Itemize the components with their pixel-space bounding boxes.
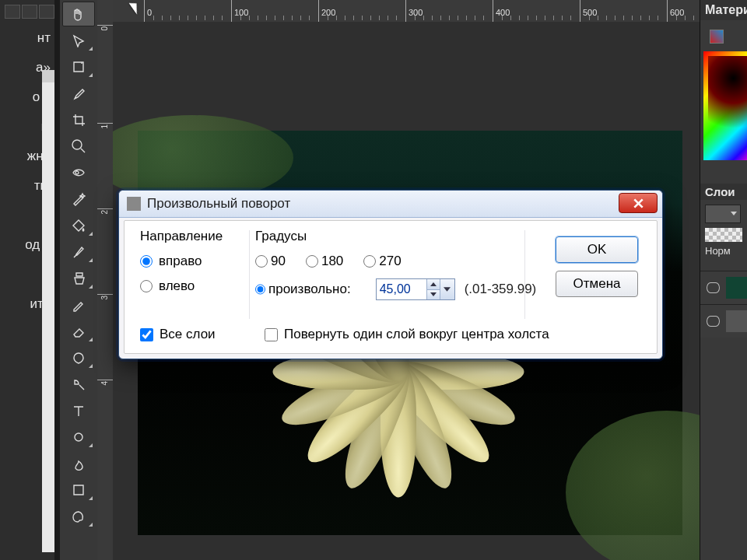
color-picker-gradient[interactable]	[703, 51, 747, 160]
spinner-up-button[interactable]	[427, 279, 440, 289]
dialog-title-text: Произвольный поворот	[147, 196, 290, 212]
retouch-tool[interactable]	[62, 345, 95, 370]
degrees-90-label: 90	[271, 254, 286, 269]
degrees-range-hint: (.01-359.99)	[465, 282, 537, 297]
right-docked-panels: Матери Слои Норм	[700, 0, 747, 560]
direction-left-radio[interactable]	[140, 280, 153, 292]
rotate-single-checkbox[interactable]	[265, 328, 278, 341]
ok-button[interactable]: OK	[556, 236, 638, 263]
eraser-tool[interactable]	[62, 319, 95, 344]
all-layers-checkbox[interactable]	[140, 328, 153, 341]
left-panel-window-controls	[0, 5, 51, 22]
layer-row[interactable]	[700, 271, 747, 304]
direction-label: Направление	[140, 229, 249, 244]
degrees-input[interactable]	[377, 279, 426, 299]
color-picker-marker[interactable]	[727, 62, 738, 73]
pencil-tool[interactable]	[62, 292, 95, 317]
layer-visibility-icon[interactable]	[707, 316, 720, 327]
left-docked-panel: нта»о выжноть,уод виитея	[0, 0, 54, 560]
spinner-dropdown-button[interactable]	[440, 279, 454, 299]
cancel-button[interactable]: Отмена	[556, 271, 638, 297]
text-tool[interactable]	[62, 398, 95, 423]
close-button[interactable]	[39, 5, 54, 19]
rotate-single-row: Повернуть один слой вокруг центра холста	[265, 327, 549, 342]
degrees-free-radio[interactable]	[255, 283, 265, 296]
foreground-swatch[interactable]	[710, 30, 724, 44]
zoom-tool[interactable]	[62, 134, 95, 159]
layers-panel-menu[interactable]	[705, 205, 741, 223]
degrees-free-label: произвольно:	[268, 282, 351, 297]
selection-tool[interactable]	[62, 54, 95, 79]
materials-panel-title: Матери	[700, 0, 747, 20]
flood-fill-tool[interactable]	[62, 213, 95, 238]
layer-thumbnail	[726, 310, 747, 332]
dialog-close-button[interactable]	[619, 193, 658, 213]
spinner-down-button[interactable]	[427, 289, 440, 300]
dialog-icon	[127, 197, 141, 211]
vertical-ruler: 01234	[97, 22, 113, 560]
left-panel-scrollbar[interactable]	[42, 70, 54, 552]
redeye-tool[interactable]	[62, 160, 95, 185]
degrees-group: Градусы 90 180 270 произвольно:	[255, 229, 520, 310]
direction-right-label: вправо	[159, 254, 202, 269]
degrees-270-label: 270	[379, 254, 401, 269]
degrees-180-radio[interactable]	[306, 255, 318, 268]
layer-row[interactable]	[700, 304, 747, 338]
close-icon	[633, 198, 644, 208]
free-rotate-dialog: Произвольный поворот Направление вправо …	[118, 190, 663, 359]
horizontal-ruler: 0100200300400500600	[113, 0, 700, 22]
scroll-up-button[interactable]	[42, 70, 54, 82]
shape-tool[interactable]	[62, 425, 95, 450]
layer-opacity-preview	[705, 228, 742, 242]
toolbox	[60, 0, 98, 560]
rotate-single-label: Повернуть один слой вокруг центра холста	[284, 327, 549, 342]
layers-panel-title: Слои	[700, 184, 747, 200]
degrees-spinner	[376, 278, 455, 300]
blend-mode-select[interactable]: Норм	[700, 245, 747, 257]
pan-tool[interactable]	[62, 2, 95, 26]
palette-tool[interactable]	[62, 504, 95, 529]
dropper-tool[interactable]	[62, 81, 95, 106]
move-tool[interactable]	[62, 28, 95, 53]
all-layers-label: Все слои	[160, 327, 216, 342]
degrees-90-radio[interactable]	[255, 255, 268, 268]
degrees-label: Градусы	[255, 229, 520, 244]
magic-wand-tool[interactable]	[62, 187, 95, 212]
minimize-button[interactable]	[5, 5, 20, 19]
direction-right-radio[interactable]	[140, 255, 153, 268]
degrees-270-radio[interactable]	[363, 255, 376, 268]
gradient-tool[interactable]	[62, 478, 95, 502]
direction-left-label: влево	[159, 278, 195, 294]
direction-group: Направление вправо влево	[140, 229, 249, 303]
brush-tool[interactable]	[62, 240, 95, 264]
degrees-180-label: 180	[321, 254, 343, 269]
all-layers-row: Все слои	[140, 327, 216, 342]
dialog-titlebar[interactable]: Произвольный поворот	[119, 191, 662, 218]
layer-visibility-icon[interactable]	[707, 282, 720, 293]
clone-tool[interactable]	[62, 266, 95, 291]
maximize-button[interactable]	[22, 5, 37, 19]
smudge-tool[interactable]	[62, 451, 95, 476]
airbrush-tool[interactable]	[62, 372, 95, 397]
layer-thumbnail	[726, 277, 747, 299]
crop-tool[interactable]	[62, 107, 95, 132]
